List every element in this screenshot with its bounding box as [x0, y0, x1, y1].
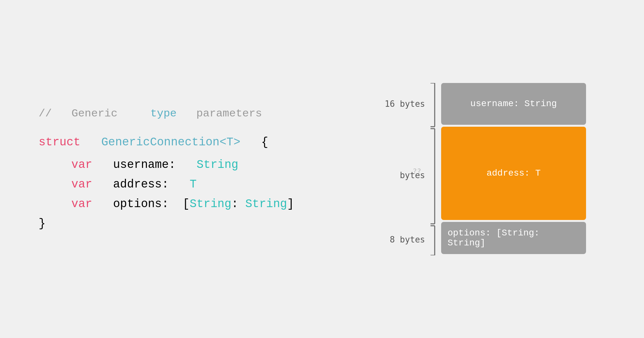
- blocks-area: username: String address: T options: [St…: [441, 83, 586, 255]
- field3-line: var options: [String: String]: [39, 194, 361, 214]
- var-keyword-3: var: [71, 197, 92, 211]
- diagram-section: 16 bytes ?? bytes 8 bytes userna: [374, 83, 618, 255]
- var-keyword-2: var: [71, 178, 92, 191]
- struct-declaration: struct GenericConnection<T> {: [39, 132, 361, 152]
- svg-text:8 bytes: 8 bytes: [390, 235, 425, 244]
- field2-line: var address: T: [39, 175, 361, 194]
- brackets-svg: 16 bytes ?? bytes 8 bytes: [374, 83, 438, 255]
- close-brace: }: [39, 217, 46, 230]
- close-brace-line: }: [39, 214, 361, 233]
- type-param: <T>: [220, 136, 241, 149]
- field1-type: String: [196, 158, 238, 171]
- field3-colon: :: [162, 197, 169, 211]
- field3-bracket-open: [: [183, 197, 190, 211]
- svg-text:bytes: bytes: [400, 170, 425, 180]
- field3-bracket-close: ]: [287, 197, 294, 211]
- field3-name: options: [113, 197, 162, 211]
- username-block-label: username: String: [470, 99, 557, 109]
- struct-name: GenericConnection: [101, 136, 219, 149]
- main-container: // Generic type parameters struct Generi…: [0, 0, 644, 338]
- field1-colon: :: [169, 158, 176, 171]
- options-block-label: options: [String: String]: [448, 228, 580, 248]
- field1-line: var username: String: [39, 155, 361, 175]
- comment-line: // Generic type parameters: [39, 105, 361, 123]
- field2-name: address: [113, 178, 162, 191]
- comment-generic: Generic: [71, 107, 118, 120]
- code-section: // Generic type parameters struct Generi…: [26, 98, 374, 240]
- svg-text:16 bytes: 16 bytes: [385, 99, 425, 109]
- full-diagram: 16 bytes ?? bytes 8 bytes userna: [374, 83, 586, 255]
- code-block: struct GenericConnection<T> { var userna…: [39, 132, 361, 233]
- var-keyword-1: var: [71, 158, 92, 171]
- open-brace: {: [261, 136, 268, 149]
- struct-keyword: struct: [39, 136, 80, 149]
- username-block: username: String: [441, 83, 586, 125]
- comment-parameters: parameters: [196, 107, 262, 120]
- address-block-label: address: T: [487, 168, 541, 178]
- address-block: address: T: [441, 127, 586, 220]
- comment-slash: //: [39, 107, 52, 120]
- options-block: options: [String: String]: [441, 222, 586, 254]
- field1-name: username: [113, 158, 169, 171]
- field3-key-type: String: [190, 197, 232, 211]
- field2-colon: :: [162, 178, 169, 191]
- field2-type: T: [190, 178, 197, 191]
- comment-type: type: [150, 107, 177, 120]
- field3-val-type: String: [245, 197, 287, 211]
- field3-sep: :: [232, 197, 239, 211]
